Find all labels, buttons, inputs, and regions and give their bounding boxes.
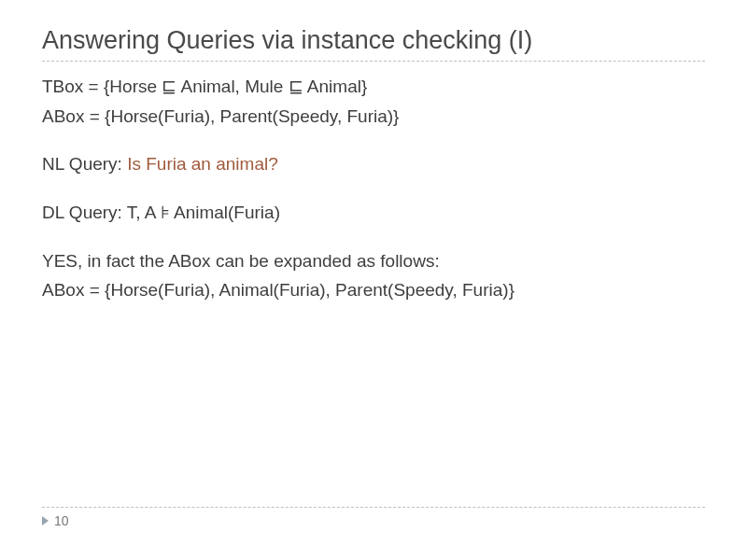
dl-query: DL Query: T, A ⊧ Animal(Furia) [42,201,705,225]
title-divider [42,61,705,62]
conclusion-block: YES, in fact the ABox can be expanded as… [42,249,705,302]
conclusion-line-1: YES, in fact the ABox can be expanded as… [42,249,705,273]
page-number: 10 [54,513,69,528]
dl-query-block: DL Query: T, A ⊧ Animal(Furia) [42,201,705,225]
slide-title: Answering Queries via instance checking … [42,26,705,55]
nl-label: NL Query: [42,154,122,174]
nl-query: NL Query: Is Furia an animal? [42,152,705,176]
nl-query-block: NL Query: Is Furia an animal? [42,152,705,176]
nl-text: Is Furia an animal? [122,154,278,174]
footer: 10 [42,507,705,528]
slide: Answering Queries via instance checking … [0,0,747,302]
slide-content: TBox = {Horse ⊑ Animal, Mule ⊑ Animal} A… [42,75,705,302]
tbox-line: TBox = {Horse ⊑ Animal, Mule ⊑ Animal} [42,75,705,99]
abox-line: ABox = {Horse(Furia), Parent(Speedy, Fur… [42,105,705,129]
conclusion-line-2: ABox = {Horse(Furia), Animal(Furia), Par… [42,278,705,302]
kb-block: TBox = {Horse ⊑ Animal, Mule ⊑ Animal} A… [42,75,705,128]
chevron-right-icon [42,516,49,525]
